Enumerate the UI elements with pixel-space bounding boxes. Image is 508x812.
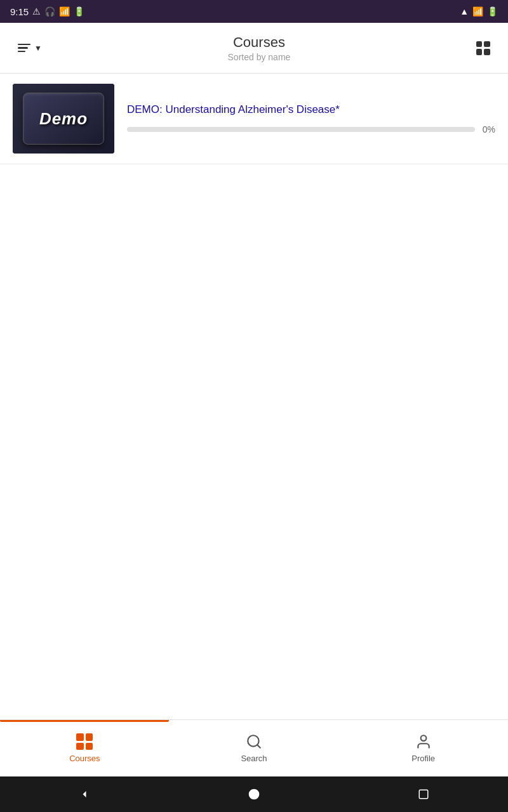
- svg-point-4: [249, 789, 260, 800]
- top-header: ▼ Courses Sorted by name: [0, 23, 508, 74]
- wifi-icon: ▲: [460, 6, 469, 16]
- svg-line-1: [257, 745, 260, 748]
- course-title: DEMO: Understanding Alzheimer's Disease*: [127, 103, 495, 117]
- headset-icon: 🎧: [44, 6, 55, 16]
- recents-icon: [418, 789, 429, 800]
- back-button[interactable]: [65, 782, 104, 807]
- android-nav-bar: [0, 776, 508, 812]
- courses-icon: [76, 733, 93, 750]
- course-info: DEMO: Understanding Alzheimer's Disease*…: [114, 103, 495, 134]
- alert-icon: ⚠: [32, 6, 41, 16]
- svg-point-2: [420, 735, 426, 741]
- recents-button[interactable]: [404, 782, 443, 807]
- sim-icon: 📶: [59, 6, 70, 16]
- time-display: 9:15: [10, 6, 29, 17]
- svg-marker-3: [83, 791, 86, 797]
- sort-subtitle: Sorted by name: [228, 52, 291, 62]
- nav-item-search[interactable]: Search: [170, 720, 339, 776]
- active-nav-indicator: [0, 720, 169, 722]
- header-title-area: Courses Sorted by name: [228, 34, 291, 62]
- courses-nav-label: Courses: [69, 754, 100, 763]
- battery-icon: 🔋: [74, 6, 84, 16]
- progress-bar-container: [127, 127, 475, 132]
- nav-item-courses[interactable]: Courses: [0, 720, 170, 776]
- nav-item-profile[interactable]: Profile: [338, 720, 508, 776]
- back-icon: [78, 788, 91, 801]
- signal-icon: 📶: [472, 6, 483, 16]
- sort-icon: [18, 44, 30, 53]
- profile-nav-label: Profile: [411, 754, 435, 763]
- grid-icon: [476, 41, 490, 55]
- search-icon: [246, 733, 262, 750]
- course-progress-area: 0%: [127, 124, 495, 134]
- course-thumbnail: Demo: [13, 84, 114, 154]
- course-item[interactable]: Demo DEMO: Understanding Alzheimer's Dis…: [0, 74, 508, 164]
- demo-key-label: Demo: [39, 109, 88, 129]
- home-icon: [248, 788, 260, 801]
- search-nav-label: Search: [241, 754, 267, 763]
- status-bar: 9:15 ⚠ 🎧 📶 🔋 ▲ 📶 🔋: [0, 0, 508, 23]
- demo-key-inner: Demo: [23, 93, 104, 145]
- battery-full-icon: 🔋: [487, 6, 498, 16]
- courses-list: Demo DEMO: Understanding Alzheimer's Dis…: [0, 74, 508, 719]
- sort-arrow-icon: ▼: [34, 44, 42, 53]
- status-bar-left: 9:15 ⚠ 🎧 📶 🔋: [10, 6, 84, 17]
- demo-key-visual: Demo: [13, 84, 114, 154]
- home-button[interactable]: [235, 782, 273, 807]
- sort-button[interactable]: ▼: [13, 39, 47, 58]
- svg-rect-5: [419, 790, 428, 799]
- status-bar-right: ▲ 📶 🔋: [460, 6, 498, 16]
- bottom-nav: Courses Search Profile: [0, 719, 508, 776]
- page-title: Courses: [228, 34, 291, 51]
- grid-view-button[interactable]: [471, 36, 495, 60]
- progress-label: 0%: [483, 124, 495, 134]
- profile-icon: [415, 733, 432, 750]
